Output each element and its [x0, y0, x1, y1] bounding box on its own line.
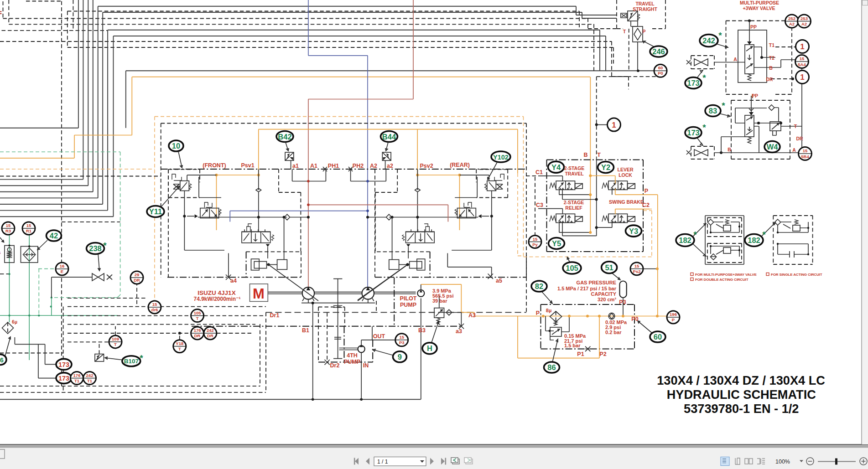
- svg-text:100%: 100%: [775, 459, 790, 465]
- svg-text:83: 83: [709, 107, 717, 115]
- svg-text:42: 42: [50, 232, 58, 240]
- svg-text:176: 176: [73, 373, 81, 378]
- svg-text:A2: A2: [801, 21, 807, 26]
- svg-text:53739780-1 EN - 1/2: 53739780-1 EN - 1/2: [684, 402, 799, 416]
- svg-text:A2: A2: [370, 163, 377, 169]
- svg-text:T1: T1: [769, 42, 774, 48]
- svg-text:9: 9: [398, 353, 402, 361]
- svg-text:173: 173: [58, 375, 69, 382]
- svg-text:DR: DR: [194, 333, 201, 338]
- svg-text:R3: R3: [5, 228, 11, 233]
- svg-text:T: T: [597, 152, 601, 158]
- svg-text:5B4: 5B4: [801, 154, 809, 159]
- svg-text:a3: a3: [456, 328, 462, 335]
- svg-text:GAS PRESSURE: GAS PRESSURE: [577, 280, 616, 285]
- svg-text:Py: Py: [532, 242, 538, 247]
- svg-text:Psv2: Psv2: [420, 163, 433, 169]
- svg-text:a2: a2: [387, 163, 393, 169]
- svg-text:16: 16: [60, 263, 65, 268]
- svg-text:A2: A2: [789, 21, 795, 26]
- svg-text:0.2 bar: 0.2 bar: [605, 330, 622, 335]
- svg-text:60: 60: [654, 333, 662, 341]
- svg-text:W4: W4: [767, 143, 779, 151]
- svg-text:39 bar: 39 bar: [432, 298, 447, 304]
- svg-text:246: 246: [652, 47, 665, 56]
- svg-text:(FRONT): (FRONT): [203, 162, 226, 169]
- svg-text:2-STAGE: 2-STAGE: [564, 165, 585, 171]
- svg-text:DR: DR: [134, 278, 140, 283]
- svg-text:Ps2: Ps2: [633, 269, 641, 274]
- svg-text:4TH: 4TH: [347, 352, 358, 359]
- svg-text:T: T: [114, 342, 117, 347]
- svg-text:PH2: PH2: [353, 163, 364, 169]
- svg-text:DR: DR: [207, 333, 213, 338]
- svg-text:15: 15: [26, 223, 31, 228]
- svg-text:C3: C3: [536, 202, 543, 208]
- svg-text:DR: DR: [766, 77, 773, 82]
- svg-text:dr6: dr6: [151, 307, 158, 312]
- svg-text:Y4: Y4: [551, 163, 561, 171]
- svg-text:Y5: Y5: [552, 239, 561, 247]
- svg-text:P0: P0: [631, 316, 638, 322]
- svg-text:15: 15: [634, 263, 639, 268]
- svg-text:PP: PP: [752, 93, 758, 98]
- svg-text:15: 15: [800, 56, 805, 61]
- svg-text:Y2: Y2: [601, 163, 610, 171]
- svg-text:320 cm³: 320 cm³: [598, 297, 616, 302]
- svg-text:P3: P3: [619, 299, 626, 305]
- svg-text:(REAR): (REAR): [450, 162, 470, 168]
- svg-text:P3: P3: [399, 340, 405, 345]
- svg-text:FOR MULTI-PURPOSE+3WAY VALVE: FOR MULTI-PURPOSE+3WAY VALVE: [695, 273, 757, 277]
- svg-text:T2: T2: [769, 55, 774, 61]
- svg-text:1 / 1: 1 / 1: [377, 459, 388, 465]
- svg-text:E: E: [0, 8, 0, 14]
- svg-text:1: 1: [800, 42, 804, 51]
- svg-text:PUMP: PUMP: [400, 302, 416, 308]
- svg-text:1: 1: [800, 73, 804, 82]
- svg-text:PP: PP: [750, 24, 757, 30]
- svg-text:P1: P1: [577, 351, 584, 357]
- svg-text:A: A: [733, 57, 737, 62]
- svg-text:a5: a5: [496, 278, 502, 284]
- svg-text:*: *: [103, 241, 107, 250]
- svg-text:FOR DOUBLE ACTING CIRCUIT: FOR DOUBLE ACTING CIRCUIT: [695, 278, 748, 282]
- svg-text:173: 173: [687, 79, 700, 87]
- svg-text:A3: A3: [468, 312, 476, 319]
- svg-text:RELIEF: RELIEF: [565, 205, 582, 211]
- svg-text:PUMP: PUMP: [344, 359, 360, 365]
- svg-text:PH1: PH1: [328, 163, 339, 169]
- svg-text:*: *: [718, 31, 722, 40]
- svg-text:1.5 bar: 1.5 bar: [564, 343, 581, 348]
- svg-text:A1: A1: [310, 163, 317, 169]
- svg-text:Y11: Y11: [149, 207, 162, 216]
- svg-text:5A4: 5A4: [798, 62, 806, 67]
- svg-text:252: 252: [788, 16, 795, 21]
- svg-text:*: *: [140, 353, 143, 363]
- svg-text:P: P: [645, 188, 648, 194]
- svg-text:176: 176: [194, 328, 201, 333]
- svg-text:8µ: 8µ: [546, 308, 551, 313]
- svg-text:P2: P2: [599, 351, 606, 357]
- svg-text:15: 15: [6, 223, 11, 228]
- svg-text:*: *: [702, 123, 706, 132]
- svg-text:Y3: Y3: [629, 227, 638, 235]
- svg-text:B: B: [728, 147, 731, 152]
- svg-text:B: B: [583, 152, 587, 158]
- svg-text:29: 29: [135, 272, 140, 277]
- svg-text:15: 15: [399, 335, 404, 340]
- svg-text:MULTI-PURPOSE: MULTI-PURPOSE: [740, 0, 779, 5]
- svg-text:6µ: 6µ: [12, 319, 17, 325]
- svg-text:173: 173: [687, 129, 700, 137]
- svg-text:OUT: OUT: [373, 333, 385, 340]
- svg-text:B3: B3: [418, 327, 426, 334]
- svg-text:173: 173: [58, 361, 69, 368]
- svg-text:*: *: [702, 73, 706, 82]
- svg-text:15: 15: [152, 302, 157, 307]
- svg-text:T1: T1: [74, 378, 80, 383]
- svg-text:60: 60: [658, 65, 663, 70]
- svg-text:Psv1: Psv1: [241, 162, 254, 169]
- svg-text:1: 1: [612, 121, 616, 129]
- svg-text:15: 15: [533, 237, 538, 242]
- svg-text:P: P: [536, 310, 540, 316]
- svg-text:242: 242: [86, 373, 94, 378]
